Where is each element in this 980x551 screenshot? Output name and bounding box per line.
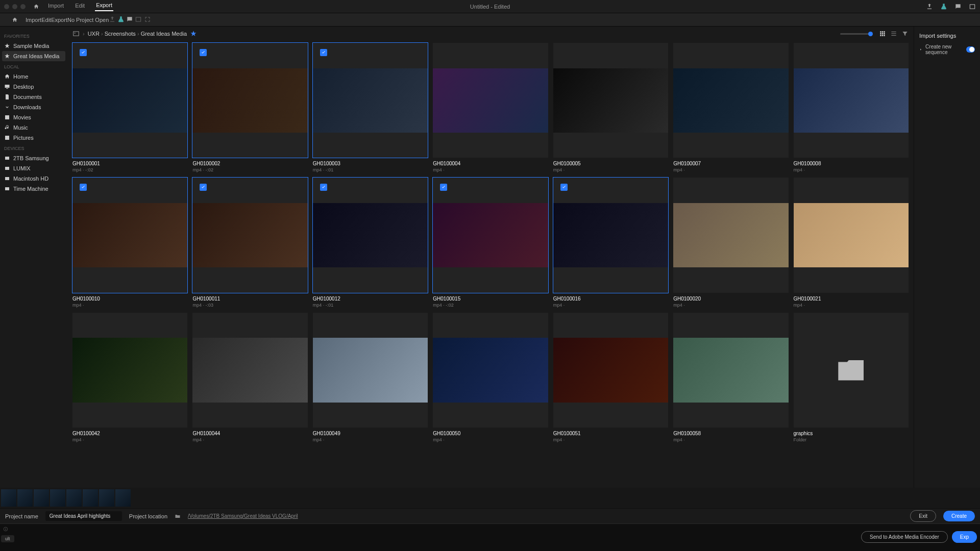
selection-check-icon[interactable] — [440, 184, 447, 191]
sidebar-item-home[interactable]: Home — [0, 71, 67, 82]
exit-button[interactable]: Exit — [910, 510, 936, 522]
preset-label[interactable]: ult — [1, 535, 14, 542]
tab-edit[interactable]: Edit — [41, 17, 51, 23]
tab-edit[interactable]: Edit — [74, 3, 86, 11]
strip-thumb[interactable] — [50, 489, 65, 507]
media-card-gh0100011[interactable]: GH0100011mp4 · -:03 — [192, 178, 307, 307]
strip-thumb[interactable] — [1, 489, 16, 507]
project-name-input[interactable] — [45, 511, 122, 521]
breadcrumb-uxr[interactable]: UXR — [88, 31, 100, 37]
strip-thumb[interactable] — [115, 489, 131, 507]
media-card-gh0100044[interactable]: GH0100044mp4 · — [192, 313, 307, 442]
media-card-gh0100016[interactable]: GH0100016mp4 · — [553, 178, 668, 307]
selection-check-icon[interactable] — [80, 184, 87, 191]
create-new-sequence-toggle[interactable] — [966, 46, 975, 53]
sidebar-item-lumix[interactable]: LUMIX — [0, 163, 67, 173]
tab-export[interactable]: Export — [51, 17, 67, 23]
chat-icon-2[interactable] — [126, 16, 133, 23]
sidebar-item-documents[interactable]: Documents — [0, 92, 67, 102]
tab-import[interactable]: Import — [26, 17, 41, 23]
selection-check-icon[interactable] — [320, 49, 327, 56]
grid-view-icon[interactable] — [879, 30, 886, 37]
favorite-star-icon[interactable] — [190, 30, 197, 37]
selection-check-icon[interactable] — [560, 184, 568, 191]
tab-import[interactable]: Import — [47, 3, 65, 11]
media-card-gh0100020[interactable]: GH0100020mp4 · — [673, 178, 788, 307]
strip-thumb[interactable] — [66, 489, 82, 507]
thumbnail — [673, 338, 788, 402]
clip-meta: mp4 · -:02 — [433, 303, 548, 308]
movie-icon — [4, 114, 10, 120]
sidebar-item-time-machine[interactable]: Time Machine — [0, 184, 67, 194]
selection-check-icon[interactable] — [320, 184, 327, 191]
sidebar-item-downloads[interactable]: Downloads — [0, 102, 67, 112]
share-icon-2[interactable] — [109, 16, 116, 23]
media-card-gh0100058[interactable]: GH0100058mp4 · — [673, 313, 788, 442]
strip-thumb[interactable] — [83, 489, 98, 507]
media-browser-icon[interactable] — [72, 30, 80, 37]
chat-icon[interactable] — [954, 3, 962, 10]
info-icon[interactable]: i — [3, 527, 8, 532]
sidebar-item-desktop[interactable]: Desktop — [0, 82, 67, 92]
media-card-gh0100010[interactable]: GH0100010mp4 · — [72, 178, 187, 307]
selection-check-icon[interactable] — [80, 49, 87, 56]
media-card-gh0100002[interactable]: GH0100002mp4 · -:02 — [192, 43, 307, 172]
media-card-gh0100005[interactable]: GH0100005mp4 · — [553, 43, 668, 172]
list-view-icon[interactable] — [890, 30, 897, 37]
clip-meta: mp4 · — [313, 437, 428, 442]
strip-thumb[interactable] — [34, 489, 49, 507]
clip-meta: mp4 · — [673, 437, 788, 442]
media-card-gh0100003[interactable]: GH0100003mp4 · -:01 — [313, 43, 428, 172]
media-card-gh0100004[interactable]: GH0100004mp4 · — [433, 43, 548, 172]
thumbnail-size-slider[interactable] — [840, 33, 871, 35]
filter-icon[interactable] — [901, 30, 909, 37]
beaker-icon-2[interactable] — [117, 16, 125, 23]
export-button[interactable]: Exp — [952, 531, 977, 543]
media-card-gh0100007[interactable]: GH0100007mp4 · — [673, 43, 788, 172]
strip-thumb[interactable] — [17, 489, 33, 507]
sidebar-item-pictures[interactable]: Pictures — [0, 133, 67, 143]
thumbnail — [673, 68, 788, 133]
import-settings-panel: Import settings Create new sequence — [914, 27, 980, 488]
breadcrumb-screenshots[interactable]: Screenshots — [105, 31, 136, 37]
beaker-icon[interactable] — [940, 3, 947, 10]
clip-name: GH0100008 — [794, 161, 909, 166]
strip-thumb[interactable] — [99, 489, 114, 507]
create-new-sequence-row[interactable]: Create new sequence — [919, 44, 975, 55]
clip-name: GH0100005 — [553, 161, 668, 166]
window-icon-2[interactable] — [135, 16, 142, 23]
media-card-gh0100021[interactable]: GH0100021mp4 · — [794, 178, 909, 307]
media-card-gh0100015[interactable]: GH0100015mp4 · -:02 — [433, 178, 548, 307]
media-card-graphics[interactable]: graphicsFolder — [794, 313, 909, 442]
sidebar-item-movies[interactable]: Movies — [0, 112, 67, 122]
selection-check-icon[interactable] — [200, 184, 207, 191]
clip-name: GH0100002 — [192, 161, 307, 166]
media-card-gh0100001[interactable]: GH0100001mp4 · -:02 — [72, 43, 187, 172]
home-icon-2[interactable] — [11, 17, 18, 23]
media-card-gh0100050[interactable]: GH0100050mp4 · — [433, 313, 548, 442]
media-card-gh0100049[interactable]: GH0100049mp4 · — [313, 313, 428, 442]
sidebar-item-music[interactable]: Music — [0, 122, 67, 133]
clip-meta: mp4 · — [192, 437, 307, 442]
project-location-path[interactable]: /Volumes/2TB Samsung/Great Ideas VLOG/Ap… — [188, 513, 298, 519]
media-card-gh0100042[interactable]: GH0100042mp4 · — [72, 313, 187, 442]
breadcrumb-great-ideas-media[interactable]: Great Ideas Media — [141, 31, 187, 37]
home-icon[interactable] — [33, 4, 40, 10]
selection-check-icon[interactable] — [200, 49, 207, 56]
share-icon[interactable] — [926, 3, 933, 10]
fullscreen-icon[interactable] — [144, 16, 151, 23]
media-card-gh0100051[interactable]: GH0100051mp4 · — [553, 313, 668, 442]
window-icon[interactable] — [969, 3, 976, 10]
send-to-encoder-button[interactable]: Send to Adobe Media Encoder — [861, 531, 948, 543]
clip-meta: mp4 · -:03 — [192, 303, 307, 308]
sidebar-item-great-ideas-media[interactable]: Great Ideas Media — [2, 51, 65, 61]
sidebar-item-macintosh-hd[interactable]: Macintosh HD — [0, 173, 67, 184]
clip-meta: mp4 · — [794, 303, 909, 308]
media-card-gh0100008[interactable]: GH0100008mp4 · — [794, 43, 909, 172]
sidebar-item-sample-media[interactable]: Sample Media — [0, 41, 67, 51]
tab-export[interactable]: Export — [95, 2, 113, 11]
sidebar-item-2tb-samsung[interactable]: 2TB Samsung — [0, 153, 67, 163]
media-card-gh0100012[interactable]: GH0100012mp4 · -:01 — [313, 178, 428, 307]
create-button[interactable]: Create — [943, 511, 975, 521]
clip-meta: mp4 · — [553, 167, 668, 172]
